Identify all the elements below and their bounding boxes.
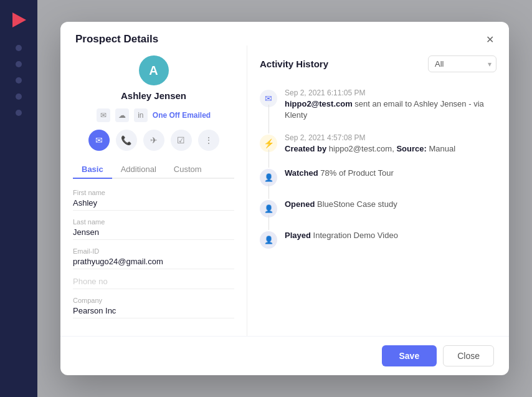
activity-text-4: Opened BlueStone Case study [285,199,496,210]
activity-time-1: Sep 2, 2021 6:11:05 PM [285,88,496,97]
phone-action-icon[interactable]: 📞 [116,130,137,151]
activity-content-1: Sep 2, 2021 6:11:05 PM hippo2@test.com s… [285,88,496,121]
activity-icon-email-1: ✉ [260,90,277,107]
close-button[interactable]: Close [443,345,494,366]
activity-item-1: ✉ Sep 2, 2021 6:11:05 PM hippo2@test.com… [260,82,496,127]
last-name-field: Last name Jensen [73,218,234,240]
activity-item-2: ⚡ Sep 2, 2021 4:57:08 PM Created by hipp… [260,127,496,161]
first-name-field: First name Ashley [73,189,234,211]
sidebar [0,0,37,397]
left-panel: A Ashley Jensen ✉ ☁ in One Off Emailed ✉… [60,45,247,336]
activity-content-3: Watched 78% of Product Tour [285,168,496,186]
last-name-label: Last name [73,218,234,226]
send-action-icon[interactable]: ✈ [143,130,164,151]
activity-list: ✉ Sep 2, 2021 6:11:05 PM hippo2@test.com… [260,82,496,255]
phone-placeholder[interactable]: Phone no [73,277,234,289]
prospect-details-modal: Prospect Details ✕ A Ashley Jensen ✉ ☁ i… [60,22,509,375]
activity-header: Activity History All Email Call Meeting [260,55,496,72]
user-icon-3: 👤 [260,231,277,249]
prospect-name: Ashley Jensen [121,90,186,101]
activity-text-1: hippo2@test.com sent an email to Ashley … [285,98,496,121]
activity-text-5: Played Integration Demo Video [285,230,496,241]
first-name-value[interactable]: Ashley [73,198,234,211]
filter-select-wrap: All Email Call Meeting [428,55,496,72]
activity-content-5: Played Integration Demo Video [285,230,496,249]
last-name-value[interactable]: Jensen [73,227,234,240]
nav-dot-5[interactable] [16,110,22,116]
modal-backdrop: Prospect Details ✕ A Ashley Jensen ✉ ☁ i… [37,0,532,397]
email-label: Email-ID [73,247,234,255]
sidebar-logo [9,10,29,30]
status-badge: One Off Emailed [153,111,211,120]
activity-filter-select[interactable]: All Email Call Meeting [428,55,496,72]
activity-icon-bolt-1: ⚡ [260,135,277,152]
email-value[interactable]: prathyugo24@gmail.com [73,257,234,269]
avatar: A [139,55,169,85]
tab-basic[interactable]: Basic [73,161,112,179]
modal-close-button[interactable]: ✕ [486,34,494,45]
email-action-icon[interactable]: ✉ [88,130,110,151]
check-action-icon[interactable]: ☑ [171,130,192,151]
modal-footer: Save Close [60,336,509,375]
activity-time-2: Sep 2, 2021 4:57:08 PM [285,133,496,142]
cloud-icon: ☁ [115,108,129,122]
email-field: Email-ID prathyugo24@gmail.com [73,247,234,269]
activity-item-3: 👤 Watched 78% of Product Tour [260,161,496,193]
activity-text-2: Created by hippo2@test.com, Source: Manu… [285,143,496,155]
action-icons: ✉ 📞 ✈ ☑ ⋮ [73,130,234,151]
nav-dot-2[interactable] [16,61,22,67]
activity-item-5: 👤 Played Integration Demo Video [260,224,496,255]
activity-content-2: Sep 2, 2021 4:57:08 PM Created by hippo2… [285,133,496,155]
nav-dot-3[interactable] [16,77,22,84]
status-row: ✉ ☁ in One Off Emailed [73,108,234,122]
activity-icon-user-2: 👤 [260,200,277,218]
right-panel: Activity History All Email Call Meeting [247,45,509,336]
modal-body: A Ashley Jensen ✉ ☁ in One Off Emailed ✉… [60,45,509,336]
activity-icon-user-3: 👤 [260,231,277,249]
activity-icon-user-1: 👤 [260,169,277,186]
company-label: Company [73,297,234,304]
avatar-section: A Ashley Jensen [73,55,234,101]
company-field: Company Pearson Inc [73,297,234,318]
activity-text-3: Watched 78% of Product Tour [285,168,496,179]
company-value[interactable]: Pearson Inc [73,306,234,318]
activity-title: Activity History [260,59,328,69]
nav-dot-4[interactable] [16,93,22,100]
tabs: Basic Additional Custom [73,161,234,179]
nav-dot-1[interactable] [16,45,22,51]
phone-field: Phone no [73,277,234,289]
bolt-icon-1: ⚡ [260,135,277,152]
activity-item-4: 👤 Opened BlueStone Case study [260,193,496,224]
modal-header: Prospect Details ✕ [60,22,509,45]
svg-marker-0 [12,12,26,27]
modal-title: Prospect Details [75,33,158,45]
user-icon-1: 👤 [260,169,277,186]
tab-custom[interactable]: Custom [165,161,211,179]
first-name-label: First name [73,189,234,196]
more-action-icon[interactable]: ⋮ [198,130,219,151]
linkedin-icon: in [134,108,148,122]
save-button[interactable]: Save [382,345,437,366]
email-icon-1: ✉ [260,90,277,107]
user-icon-2: 👤 [260,200,277,218]
activity-content-4: Opened BlueStone Case study [285,199,496,218]
tab-additional[interactable]: Additional [112,161,165,179]
email-icon: ✉ [97,108,110,122]
